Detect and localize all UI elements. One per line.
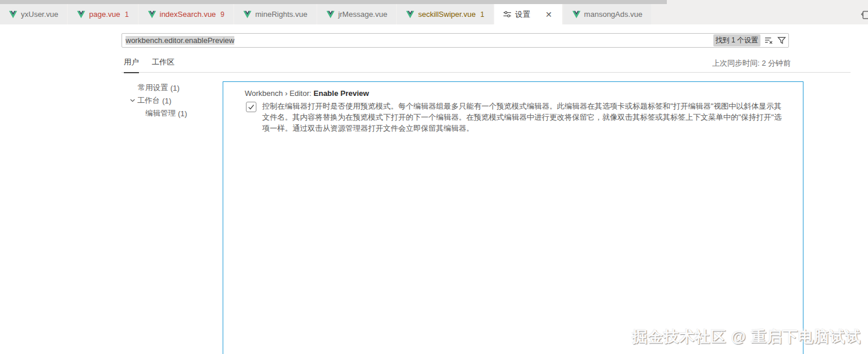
toc-item-editor-management[interactable]: 编辑管理 (1) bbox=[116, 107, 221, 120]
toc-count: (1) bbox=[178, 109, 187, 118]
toc-label: 工作台 bbox=[137, 95, 160, 106]
toc-count: (1) bbox=[170, 84, 180, 92]
toc-label: 编辑管理 bbox=[145, 108, 176, 119]
last-sync-status: 上次同步时间: 2 分钟前 bbox=[712, 58, 791, 69]
tab-label: seckillSwiper.vue bbox=[418, 10, 476, 19]
tab-label: mansongAds.vue bbox=[584, 10, 642, 19]
tab-settings[interactable]: 设置 ✕ bbox=[494, 4, 562, 24]
toc-label: 常用设置 bbox=[138, 83, 168, 93]
tab-minerights-vue[interactable]: mineRights.vue bbox=[234, 4, 316, 24]
settings-toc-tree: 常用设置 (1) 工作台 (1) 编辑管理 (1) bbox=[116, 81, 221, 120]
vue-file-icon bbox=[326, 10, 335, 19]
tab-problem-count: 1 bbox=[125, 10, 129, 19]
toc-item-workbench[interactable]: 工作台 (1) bbox=[116, 94, 221, 107]
setting-title: Workbench › Editor: Enable Preview bbox=[245, 89, 803, 98]
tab-jrmessage-vue[interactable]: jrMessage.vue bbox=[317, 4, 397, 24]
search-result-count-badge: 找到 1 个设置 bbox=[713, 34, 760, 47]
clear-filter-icon[interactable] bbox=[765, 36, 773, 45]
tab-page-vue[interactable]: page.vue 1 bbox=[68, 4, 137, 24]
tab-label: mineRights.vue bbox=[255, 10, 308, 19]
tab-label: indexSearch.vue bbox=[160, 10, 216, 19]
setting-title-name: Enable Preview bbox=[313, 89, 369, 98]
vue-file-icon bbox=[148, 10, 156, 19]
close-icon[interactable]: ✕ bbox=[544, 9, 553, 20]
search-query-text: workbench.editor.enablePreview bbox=[126, 36, 713, 45]
tab-mansongads-vue[interactable]: mansongAds.vue bbox=[563, 4, 651, 24]
vue-file-icon bbox=[9, 10, 17, 19]
window-top-strip bbox=[0, 0, 667, 4]
scope-tab-user[interactable]: 用户 bbox=[124, 57, 139, 73]
vue-file-icon bbox=[243, 10, 252, 19]
setting-description: 控制在编辑器打开时是否使用预览模式。每个编辑器组最多只能有一个预览模式编辑器。此… bbox=[262, 101, 785, 134]
tab-label: 设置 bbox=[515, 9, 530, 20]
enable-preview-checkbox[interactable] bbox=[246, 102, 256, 112]
scope-tab-workspace[interactable]: 工作区 bbox=[152, 57, 174, 73]
editor-action-icon[interactable] bbox=[860, 9, 868, 19]
settings-editor: workbench.editor.enablePreview 找到 1 个设置 bbox=[0, 24, 868, 354]
setting-title-prefix: Workbench › Editor: bbox=[245, 89, 313, 98]
tab-label: jrMessage.vue bbox=[338, 10, 388, 19]
header-divider bbox=[122, 72, 851, 73]
tab-label: yxUser.vue bbox=[21, 10, 58, 19]
vscode-window: yxUser.vue page.vue 1 indexSearch.vue 9 … bbox=[0, 0, 868, 354]
vue-file-icon bbox=[406, 10, 415, 19]
tab-seckillswiper-vue[interactable]: seckillSwiper.vue 1 bbox=[397, 4, 493, 24]
filter-icon[interactable] bbox=[777, 36, 786, 45]
settings-search-input[interactable]: workbench.editor.enablePreview 找到 1 个设置 bbox=[122, 33, 789, 48]
setting-panel-enable-preview: Workbench › Editor: Enable Preview 控制在编辑… bbox=[223, 81, 803, 354]
tab-problem-count: 9 bbox=[220, 10, 224, 19]
tab-problem-count: 1 bbox=[480, 10, 484, 19]
toc-item-common-settings[interactable]: 常用设置 (1) bbox=[116, 81, 221, 94]
toc-count: (1) bbox=[162, 96, 172, 105]
settings-scope-header: 用户 工作区 上次同步时间: 2 分钟前 bbox=[0, 55, 868, 73]
tab-yxuser-vue[interactable]: yxUser.vue bbox=[0, 4, 67, 24]
vue-file-icon bbox=[572, 10, 581, 19]
vue-file-icon bbox=[77, 10, 85, 19]
chevron-down-icon bbox=[128, 96, 137, 105]
tab-indexsearch-vue[interactable]: indexSearch.vue 9 bbox=[139, 4, 234, 24]
settings-sliders-icon bbox=[503, 10, 512, 19]
tab-label: page.vue bbox=[89, 10, 120, 19]
